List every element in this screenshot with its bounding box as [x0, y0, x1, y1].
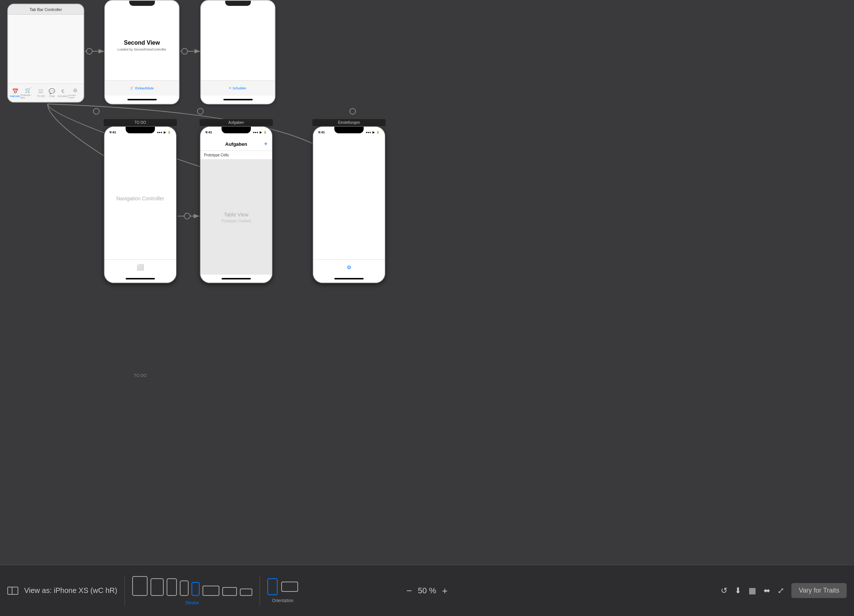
svg-point-6	[93, 108, 99, 114]
einstellungen-home-indicator	[313, 274, 385, 283]
einstellungen-status-right: ●●● ▶ 🔋	[366, 131, 380, 134]
nav-tab-icon: ⬜	[137, 264, 144, 271]
device-iphone-large[interactable]	[167, 578, 177, 596]
second-notch	[129, 1, 155, 6]
einstellungen-view-node: Einstellungen 9:41 ●●● ▶ 🔋 ⚙	[313, 119, 386, 284]
tab-bar-controller-node: Tab Bar Controller 📅 Kalender 🛒 Einkaufs…	[7, 4, 84, 102]
aufgaben-status-right: ●●● ▶ 🔋	[253, 131, 267, 134]
aufgaben-phone: 9:41 ●●● ▶ 🔋 Aufgaben + Prototype Cells …	[200, 126, 273, 284]
todo-canvas-label: TO DO	[104, 372, 177, 378]
einstellungen-bottom-icon: ⚙	[347, 264, 352, 270]
toolbar-divider-1	[125, 576, 125, 605]
nav-time: 9:41	[110, 130, 116, 134]
einstellungen-section-header: Einstellungen	[313, 119, 386, 126]
chat-icon: 💬	[49, 88, 55, 94]
third-view-content	[201, 10, 274, 80]
zoom-out-button[interactable]: −	[407, 586, 412, 596]
nav-controller-phone: 9:41 ●●● ▶ 🔋 Navigation Controller ⬜	[104, 126, 177, 284]
nav-status-bar: 9:41 ●●● ▶ 🔋	[104, 127, 176, 138]
aufgaben-table-area: Table View Prototype Content	[200, 160, 272, 274]
third-home-bar	[223, 99, 253, 101]
third-view-node: € Schulden	[200, 0, 275, 104]
table-view-sub: Prototype Content	[221, 219, 251, 223]
second-home-bar	[127, 99, 157, 101]
einstellungen-home-bar	[334, 278, 364, 279]
third-notch-bar	[201, 1, 274, 10]
device-iphone-landscape-medium[interactable]	[222, 587, 237, 596]
second-view-subtitle: Loaded by SecondViewController	[117, 47, 166, 51]
tab-einstellungen[interactable]: ⚙ Einstell-ungen	[69, 87, 82, 99]
storyboard-canvas: Tab Bar Controller 📅 Kalender 🛒 Einkaufs…	[0, 0, 854, 601]
second-view-content: Second View Loaded by SecondViewControll…	[105, 10, 179, 80]
second-view-phone: Second View Loaded by SecondViewControll…	[104, 0, 180, 104]
tab-chat[interactable]: 💬 Chat	[47, 88, 58, 98]
vary-for-traits-button[interactable]: Vary for Traits	[791, 583, 847, 598]
tab-bar-controller-phone: Tab Bar Controller 📅 Kalender 🛒 Einkaufs…	[7, 4, 84, 102]
tab-schulden[interactable]: € Schulden	[58, 88, 69, 98]
third-home-indicator	[201, 96, 274, 104]
orientation-landscape[interactable]	[281, 582, 298, 592]
device-ipad-large[interactable]	[132, 576, 148, 596]
device-ipad-medium[interactable]	[151, 578, 164, 596]
toolbar-divider-2	[260, 576, 260, 605]
svg-point-8	[350, 108, 355, 114]
expand-button[interactable]: ⬌	[764, 586, 770, 596]
download-button[interactable]: ⬇	[735, 586, 741, 596]
third-notch	[225, 1, 251, 6]
second-view-node: Second View Loaded by SecondViewControll…	[104, 0, 180, 104]
svg-point-5	[181, 48, 188, 54]
device-iphone-small[interactable]	[192, 582, 200, 596]
einstellungen-time: 9:41	[318, 130, 325, 134]
aufgaben-section-header: Aufgaben	[200, 119, 273, 126]
nav-bottom-tab: ⬜	[104, 259, 176, 274]
nav-home-indicator	[104, 274, 176, 283]
aufgaben-nav-bar: Aufgaben +	[200, 138, 272, 151]
aufgaben-home-bar	[221, 278, 251, 279]
tab-bar-items: 📅 Kalender 🛒 Einkaufs-liste ☑ TO DO 💬 Ch…	[8, 84, 84, 102]
sidebar-toggle-icon[interactable]	[7, 587, 18, 595]
sidebar-right-button[interactable]: ▦	[749, 586, 756, 596]
device-iphone-landscape-small[interactable]	[240, 589, 252, 596]
second-notch-bar	[105, 1, 179, 10]
svg-point-3	[87, 48, 92, 54]
tab-kalender[interactable]: 📅 Kalender	[9, 88, 20, 98]
einstellungen-body	[313, 138, 385, 259]
nav-status-right: ●●● ▶ 🔋	[157, 131, 171, 134]
device-iphone-landscape-large[interactable]	[203, 586, 220, 596]
zoom-controls: − 50 % +	[407, 586, 448, 596]
prototype-cells-label: Prototype Cells	[200, 151, 272, 160]
kalender-icon: 📅	[12, 88, 18, 94]
view-as-label: View as: iPhone XS (wC hR)	[24, 586, 117, 595]
scale-button[interactable]: ⤢	[778, 586, 784, 596]
einkauf-tab-icon: 🛒	[130, 87, 134, 90]
device-label: Device	[186, 600, 199, 605]
einstellungen-status-bar: 9:41 ●●● ▶ 🔋	[313, 127, 385, 138]
orientation-portrait[interactable]	[267, 578, 278, 595]
aufgaben-add-button[interactable]: +	[264, 140, 268, 148]
third-tab-bottom: € Schulden	[201, 80, 274, 96]
table-view-label: Table View	[224, 212, 248, 218]
orientation-label: Orientation	[272, 598, 294, 603]
aufgaben-status-bar: 9:41 ●●● ▶ 🔋	[200, 127, 272, 138]
svg-point-7	[197, 108, 203, 114]
schulden-tab-icon: €	[230, 87, 231, 90]
aufgaben-home-indicator	[200, 274, 272, 283]
einkauf-icon: 🛒	[25, 87, 31, 93]
third-view-phone: € Schulden	[200, 0, 275, 104]
second-home-indicator	[105, 96, 179, 104]
tab-todo[interactable]: ☑ TO DO	[35, 88, 47, 98]
einstellungen-bottom-tab: ⚙	[313, 259, 385, 274]
settings-icon: ⚙	[73, 87, 78, 93]
nav-notch	[126, 127, 155, 133]
nav-body-content: Navigation Controller	[104, 138, 176, 259]
refresh-button[interactable]: ↺	[721, 586, 727, 596]
zoom-value: 50 %	[418, 586, 436, 596]
second-view-title: Second View	[124, 40, 160, 46]
tab-einkaufsliste[interactable]: 🛒 Einkaufs-liste	[20, 87, 35, 99]
einkauf-tab-label: Einkaufsliste	[135, 87, 154, 90]
device-icons-row	[132, 576, 252, 599]
aufgaben-nav-title: Aufgaben	[225, 141, 247, 147]
device-iphone-medium[interactable]	[180, 581, 189, 596]
zoom-in-button[interactable]: +	[442, 586, 447, 596]
schulden-tab-label: Schulden	[233, 87, 247, 90]
